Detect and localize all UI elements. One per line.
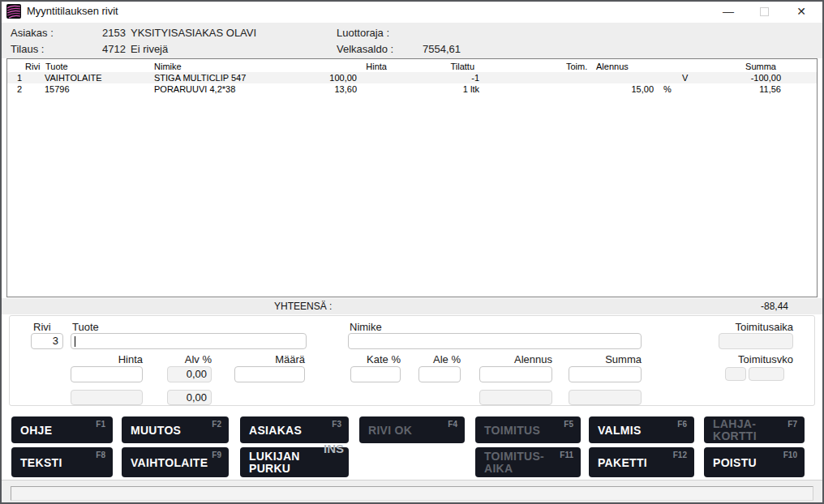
cell-summa: 11,56 [716,84,781,94]
muutos-key-label: F2 [212,420,221,429]
cell-flag: V [682,73,688,83]
debt-balance-value: 7554,61 [388,43,461,55]
lahjakortti-button-label: LAHJA- KORTTI [713,418,757,442]
alennus-input[interactable] [479,366,552,382]
col-header-hinta: Hinta [315,62,387,71]
toimitusaika-label: Toimitusaika [719,321,793,333]
lukijan-purku-key-label: INS [324,442,344,455]
rivi-label: Rivi [33,321,51,333]
col-header-alennus: Alennus [596,62,653,71]
tuote-label: Tuote [72,321,99,333]
poistu-button[interactable]: POISTU F10 [704,447,805,477]
lukijan-purku-button-label: LUKIJAN PURKU [249,451,300,475]
table-row[interactable]: 1 VAIHTOLAITE STIGA MULTICLIP 547 100,00… [7,72,817,83]
muutos-button[interactable]: MUUTOS F2 [122,416,229,443]
close-button[interactable]: ✕ [783,0,819,23]
order-info: Ei rivejä [131,43,168,55]
app-logo-icon [6,4,21,19]
status-bar [0,480,824,504]
total-bar: YHTEENSÄ : -88,44 [0,298,824,314]
nimike-label: Nimike [350,321,382,333]
ale-label: Ale % [418,353,461,365]
summa-input[interactable] [569,366,642,382]
rivi-ok-key-label: F4 [448,420,457,429]
paketti-button[interactable]: PAKETTI F12 [589,447,694,477]
poistu-key-label: F10 [783,451,797,459]
alv-secondary-input[interactable]: 0,00 [167,390,212,405]
alv-input[interactable]: 0,00 [167,366,212,382]
toimitus-button[interactable]: TOIMITUS F5 [475,416,581,443]
teksti-key-label: F8 [96,451,105,459]
text-caret [75,336,75,347]
table-row[interactable]: 2 15796 PORARUUVI 4,2*38 13,60 1 ltk 15,… [7,83,817,95]
valmis-button[interactable]: VALMIS F6 [589,416,694,443]
close-icon: ✕ [796,5,806,18]
cell-alennus: 15,00 [597,84,654,94]
alennus-secondary-input[interactable] [479,390,552,405]
col-header-tilattu: Tilattu [410,62,474,71]
sales-order-rows-window: Myyntitilauksen rivit — ✕ Asiakas : 2153… [0,0,824,504]
kate-label: Kate % [350,353,401,365]
teksti-button[interactable]: TEKSTI F8 [11,447,113,477]
cell-tilattu: 1 ltk [414,84,479,94]
teksti-button-label: TEKSTI [20,456,62,468]
toimitusaika-key-label: F11 [560,451,573,459]
cell-tuote: VAIHTOLAITE [45,73,102,83]
debt-balance-label: Velkasaldo : [337,43,393,55]
toimitus-key-label: F5 [564,420,573,429]
toimitusvko-year-input[interactable] [725,367,746,381]
toimitus-button-label: TOIMITUS [484,424,540,436]
rivi-ok-button-label: RIVI OK [368,424,412,436]
customer-name: YKSITYISASIAKAS OLAVI [131,27,256,39]
col-header-tuote: Tuote [45,62,68,71]
maximize-button[interactable] [746,0,782,23]
minimize-icon: — [723,5,734,18]
minimize-button[interactable]: — [710,0,746,23]
cell-discount-type: % [663,84,672,94]
ohje-key-label: F1 [96,420,105,429]
lukijan-purku-button[interactable]: LUKIJAN PURKU INS [240,447,349,477]
order-label: Tilaus : [11,43,44,55]
maara-label: Määrä [234,353,305,365]
toimitusaika-button[interactable]: TOIMITUS- AIKA F11 [475,447,581,477]
rivi-input[interactable]: 3 [31,333,63,349]
maximize-icon [760,7,769,16]
customer-label: Asiakas : [11,27,54,39]
summa-secondary-input[interactable] [569,390,642,405]
row-entry-form: Rivi 3 Tuote Nimike Toimitusaika Hinta A… [9,315,815,406]
asiakas-button[interactable]: ASIAKAS F3 [240,416,349,443]
paketti-button-label: PAKETTI [598,456,647,468]
tuote-input[interactable] [71,333,307,349]
window-title: Myyntitilauksen rivit [27,5,118,17]
maara-input[interactable] [234,366,305,382]
rivi-ok-button[interactable]: RIVI OK F4 [359,416,465,443]
status-message-field [11,486,813,501]
lahjakortti-button[interactable]: LAHJA- KORTTI F7 [704,416,805,443]
alv-label: Alv % [167,353,212,365]
toimitusaika-button-label: TOIMITUS- AIKA [484,451,544,475]
hinta-secondary-input[interactable] [71,390,143,405]
toimitusaika-input[interactable] [719,333,793,349]
ale-input[interactable] [418,366,461,382]
vaihtolaite-button[interactable]: VAIHTOLAITE F9 [122,447,229,477]
kate-input[interactable] [350,366,401,382]
order-header: Asiakas : 2153 YKSITYISASIAKAS OLAVI Til… [0,23,824,58]
cell-rivi: 2 [17,84,22,94]
cell-rivi: 1 [17,73,22,83]
cell-summa: -100,00 [716,73,781,83]
hinta-input[interactable] [71,366,143,382]
col-header-toim: Toim. [566,62,587,71]
vaihtolaite-button-label: VAIHTOLAITE [131,456,208,468]
col-header-nimike: Nimike [154,62,182,71]
ohje-button[interactable]: OHJE F1 [11,416,113,443]
cell-tuote: 15796 [45,84,70,94]
alennus-label: Alennus [479,353,552,365]
cell-nimike: STIGA MULTICLIP 547 [154,73,246,83]
col-header-rivi: Rivi [25,62,40,71]
toimitusvko-week-input[interactable] [749,367,784,381]
credit-limit-label: Luottoraja : [337,27,389,39]
cell-tilattu: -1 [414,73,479,83]
table-header-row: Rivi Tuote Nimike Hinta Tilattu Toim. Al… [7,61,817,72]
nimike-input[interactable] [348,333,642,349]
order-number: 4712 [77,43,126,55]
